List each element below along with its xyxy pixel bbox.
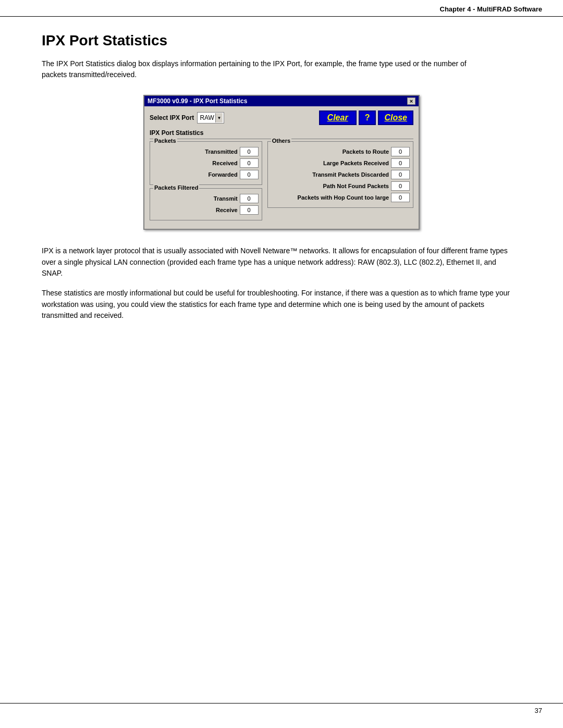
chapter-label: Chapter 4 - MultiFRAD Software — [440, 5, 542, 13]
hop-count-value: 0 — [391, 193, 410, 202]
dialog-title: MF3000 v0.99 - IPX Port Statistics — [148, 97, 247, 105]
dialog-top-row: Select IPX Port RAW ▼ Clear ? Close — [150, 110, 413, 125]
others-group-title: Others — [271, 138, 291, 144]
dialog-close-button[interactable]: × — [407, 97, 415, 105]
page-title: IPX Port Statistics — [42, 32, 521, 49]
body-text-2: These statistics are mostly informationa… — [42, 288, 511, 322]
transmit-discarded-label: Transmit Packets Discarded — [271, 171, 389, 178]
forwarded-label: Forwarded — [153, 171, 238, 178]
hop-count-label: Packets with Hop Count too large — [271, 194, 389, 201]
other-stat-row-large-packets: Large Packets Received 0 — [271, 158, 410, 168]
clear-button[interactable]: Clear — [319, 110, 357, 125]
stats-columns: Packets Transmitted 0 Received 0 — [150, 141, 413, 224]
help-button[interactable]: ? — [359, 110, 376, 125]
transmitted-value: 0 — [240, 147, 259, 156]
large-packets-value: 0 — [391, 158, 410, 168]
page-header: Chapter 4 - MultiFRAD Software — [0, 0, 563, 17]
transmit-label: Transmit — [153, 195, 238, 202]
stat-row-receive: Receive 0 — [153, 205, 259, 215]
dialog-titlebar: MF3000 v0.99 - IPX Port Statistics × — [144, 96, 419, 106]
other-stat-row-hop-count: Packets with Hop Count too large 0 — [271, 193, 410, 202]
select-ipx-port-label: Select IPX Port — [150, 114, 194, 121]
other-stat-row-transmit-discarded: Transmit Packets Discarded 0 — [271, 170, 410, 179]
ipx-stats-outer-label: IPX Port Statistics — [150, 129, 413, 137]
action-buttons: Clear ? Close — [319, 110, 413, 125]
stat-row-transmitted: Transmitted 0 — [153, 147, 259, 156]
body-text-1: IPX is a network layer protocol that is … — [42, 245, 511, 279]
large-packets-label: Large Packets Received — [271, 160, 389, 166]
received-value: 0 — [240, 158, 259, 168]
dropdown-arrow[interactable]: ▼ — [215, 113, 223, 122]
page-number: 37 — [535, 707, 542, 714]
packets-to-route-value: 0 — [391, 147, 410, 156]
packets-group-title: Packets — [153, 138, 177, 144]
transmit-discarded-value: 0 — [391, 170, 410, 179]
select-ipx-port[interactable]: RAW ▼ — [197, 112, 224, 124]
left-column: Packets Transmitted 0 Received 0 — [150, 141, 262, 224]
path-not-found-label: Path Not Found Packets — [271, 183, 389, 189]
packets-filtered-group-title: Packets Filtered — [153, 184, 199, 191]
other-stat-row-path-not-found: Path Not Found Packets 0 — [271, 181, 410, 191]
intro-text: The IPX Port Statistics dialog box displ… — [42, 58, 469, 80]
dialog-body: Select IPX Port RAW ▼ Clear ? Close IPX … — [144, 106, 419, 229]
packets-to-route-label: Packets to Route — [271, 149, 389, 155]
page-container: Chapter 4 - MultiFRAD Software IPX Port … — [0, 0, 563, 728]
others-group: Others Packets to Route 0 Large Packets … — [267, 141, 413, 208]
packets-filtered-group: Packets Filtered Transmit 0 Receive 0 — [150, 188, 262, 220]
right-column: Others Packets to Route 0 Large Packets … — [267, 141, 413, 224]
stat-row-transmit: Transmit 0 — [153, 194, 259, 203]
path-not-found-value: 0 — [391, 181, 410, 191]
receive-label: Receive — [153, 207, 238, 213]
select-raw-value: RAW — [199, 114, 215, 121]
dialog-wrapper: MF3000 v0.99 - IPX Port Statistics × Sel… — [42, 95, 521, 230]
packets-group: Packets Transmitted 0 Received 0 — [150, 141, 262, 185]
page-content: IPX Port Statistics The IPX Port Statist… — [0, 17, 563, 351]
received-label: Received — [153, 160, 238, 166]
stat-row-received: Received 0 — [153, 158, 259, 168]
transmit-value: 0 — [240, 194, 259, 203]
page-footer: 37 — [0, 703, 563, 718]
stat-row-forwarded: Forwarded 0 — [153, 170, 259, 179]
transmitted-label: Transmitted — [153, 149, 238, 155]
other-stat-row-packets-to-route: Packets to Route 0 — [271, 147, 410, 156]
dialog-box: MF3000 v0.99 - IPX Port Statistics × Sel… — [143, 95, 420, 230]
forwarded-value: 0 — [240, 170, 259, 179]
receive-value: 0 — [240, 205, 259, 215]
close-button[interactable]: Close — [378, 110, 413, 125]
